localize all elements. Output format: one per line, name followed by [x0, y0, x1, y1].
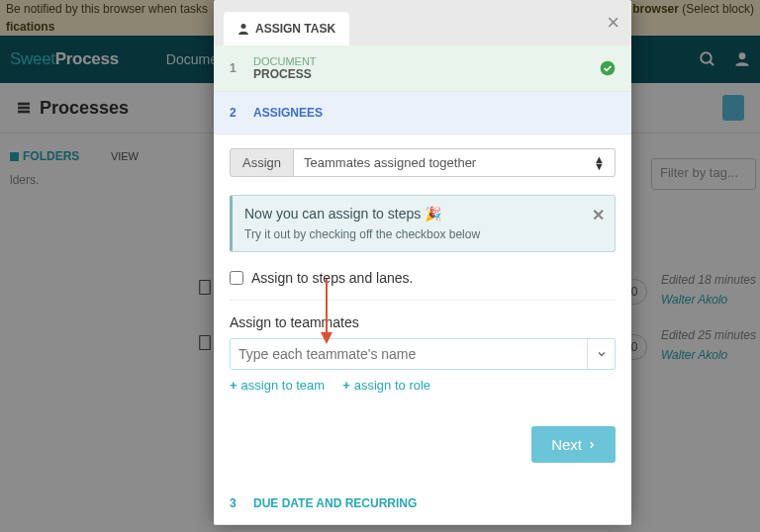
- modal-header: ASSIGN TASK ×: [214, 0, 631, 45]
- step-number: 1: [230, 61, 245, 75]
- assign-to-teammates-label: Assign to teammates: [230, 314, 616, 330]
- assign-to-team-link[interactable]: +assign to team: [230, 378, 325, 393]
- step-document[interactable]: 1 DOCUMENT PROCESS: [214, 45, 631, 92]
- sort-icon: ▲▼: [594, 156, 605, 170]
- svg-point-10: [601, 61, 616, 76]
- modal-tab-assign[interactable]: ASSIGN TASK: [224, 12, 349, 45]
- assign-mode-select[interactable]: Teammates assigned together ▲▼: [294, 148, 616, 177]
- modal-body: Assign Teammates assigned together ▲▼ No…: [214, 134, 631, 483]
- chevron-down-icon[interactable]: [587, 339, 615, 369]
- info-callout: Now you can assign to steps 🎉 Try it out…: [230, 195, 616, 252]
- teammate-combobox[interactable]: [230, 338, 616, 370]
- divider: [230, 300, 616, 301]
- dismiss-info-button[interactable]: ✕: [592, 206, 605, 224]
- assign-steps-checkbox[interactable]: [230, 271, 243, 285]
- modal-tab-label: ASSIGN TASK: [255, 22, 335, 36]
- checkbox-label: Assign to steps and lanes.: [251, 270, 413, 286]
- step-assignees[interactable]: 2 ASSIGNEES: [214, 92, 631, 134]
- plus-icon: +: [342, 378, 350, 393]
- close-button[interactable]: ×: [607, 10, 619, 36]
- assign-steps-checkbox-row[interactable]: Assign to steps and lanes.: [230, 270, 616, 286]
- next-button[interactable]: Next: [531, 426, 616, 463]
- next-label: Next: [551, 436, 582, 453]
- assign-to-role-link[interactable]: +assign to role: [342, 378, 430, 393]
- teammate-input[interactable]: [231, 339, 587, 369]
- assign-to-team-label: assign to team: [241, 378, 326, 393]
- check-circle-icon: [600, 60, 616, 76]
- assign-task-modal: ASSIGN TASK × 1 DOCUMENT PROCESS 2 ASSIG…: [214, 0, 631, 525]
- step-label: PROCESS: [253, 67, 317, 81]
- assign-label: Assign: [230, 148, 294, 177]
- chevron-right-icon: [588, 439, 596, 451]
- plus-icon: +: [230, 378, 238, 393]
- step-small-label: DOCUMENT: [253, 55, 317, 67]
- step-label: ASSIGNEES: [253, 106, 323, 120]
- user-icon: [238, 23, 249, 35]
- step-number: 2: [230, 106, 245, 120]
- info-subtitle: Try it out by checking off the checkbox …: [244, 227, 603, 241]
- step-number: 3: [230, 496, 245, 510]
- svg-point-9: [241, 24, 246, 29]
- step-due-date[interactable]: 3 DUE DATE AND RECURRING: [214, 483, 631, 525]
- assign-to-role-label: assign to role: [354, 378, 430, 393]
- info-title: Now you can assign to steps 🎉: [244, 206, 603, 222]
- assign-mode-value: Teammates assigned together: [304, 155, 476, 170]
- step-label: DUE DATE AND RECURRING: [253, 496, 417, 510]
